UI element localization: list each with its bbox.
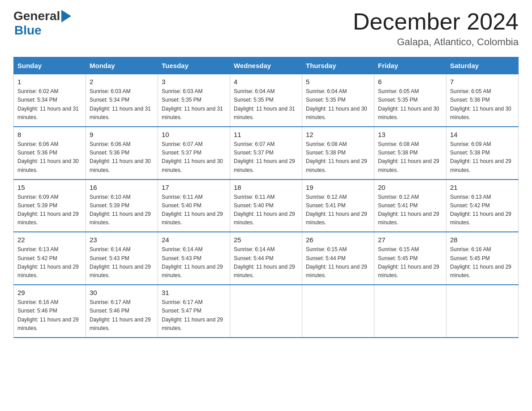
calendar-cell: 16Sunrise: 6:10 AMSunset: 5:39 PMDayligh… — [86, 180, 158, 232]
calendar-cell — [230, 285, 302, 338]
day-number: 9 — [90, 131, 154, 138]
day-number: 8 — [17, 131, 82, 138]
day-number: 24 — [162, 236, 226, 244]
day-info: Sunrise: 6:14 AMSunset: 5:43 PMDaylight:… — [90, 245, 154, 280]
day-info: Sunrise: 6:08 AMSunset: 5:38 PMDaylight:… — [378, 140, 442, 175]
calendar-cell: 22Sunrise: 6:13 AMSunset: 5:42 PMDayligh… — [14, 232, 86, 285]
day-number: 4 — [234, 78, 298, 86]
logo: General Blue — [13, 9, 71, 38]
calendar-cell: 17Sunrise: 6:11 AMSunset: 5:40 PMDayligh… — [158, 180, 230, 232]
day-info: Sunrise: 6:16 AMSunset: 5:46 PMDaylight:… — [17, 298, 82, 333]
calendar-cell: 5Sunrise: 6:04 AMSunset: 5:35 PMDaylight… — [302, 74, 374, 127]
calendar-week-row: 8Sunrise: 6:06 AMSunset: 5:36 PMDaylight… — [14, 127, 519, 180]
day-info: Sunrise: 6:15 AMSunset: 5:45 PMDaylight:… — [378, 245, 442, 280]
day-number: 25 — [234, 236, 298, 244]
calendar-cell: 6Sunrise: 6:05 AMSunset: 5:35 PMDaylight… — [374, 74, 446, 127]
calendar-week-row: 15Sunrise: 6:09 AMSunset: 5:39 PMDayligh… — [14, 180, 519, 232]
day-number: 16 — [90, 184, 154, 191]
day-number: 13 — [378, 131, 442, 138]
day-info: Sunrise: 6:12 AMSunset: 5:41 PMDaylight:… — [306, 193, 370, 227]
day-info: Sunrise: 6:17 AMSunset: 5:46 PMDaylight:… — [90, 298, 154, 333]
day-info: Sunrise: 6:17 AMSunset: 5:47 PMDaylight:… — [162, 298, 226, 333]
day-info: Sunrise: 6:03 AMSunset: 5:35 PMDaylight:… — [162, 87, 226, 122]
day-info: Sunrise: 6:13 AMSunset: 5:42 PMDaylight:… — [17, 245, 82, 280]
day-number: 29 — [17, 289, 82, 296]
calendar-cell: 3Sunrise: 6:03 AMSunset: 5:35 PMDaylight… — [158, 74, 230, 127]
calendar-cell: 14Sunrise: 6:09 AMSunset: 5:38 PMDayligh… — [446, 127, 519, 180]
day-info: Sunrise: 6:07 AMSunset: 5:37 PMDaylight:… — [234, 140, 298, 175]
calendar-cell: 9Sunrise: 6:06 AMSunset: 5:36 PMDaylight… — [86, 127, 158, 180]
day-number: 6 — [378, 78, 442, 86]
calendar-cell — [446, 285, 519, 338]
calendar-cell: 31Sunrise: 6:17 AMSunset: 5:47 PMDayligh… — [158, 285, 230, 338]
day-info: Sunrise: 6:04 AMSunset: 5:35 PMDaylight:… — [234, 87, 298, 122]
calendar-cell: 25Sunrise: 6:14 AMSunset: 5:44 PMDayligh… — [230, 232, 302, 285]
day-number: 27 — [378, 236, 442, 244]
day-number: 18 — [234, 184, 298, 191]
col-header-monday: Monday — [86, 57, 158, 74]
day-number: 7 — [450, 78, 515, 86]
day-number: 1 — [17, 78, 82, 86]
day-info: Sunrise: 6:14 AMSunset: 5:43 PMDaylight:… — [162, 245, 226, 280]
calendar-cell: 21Sunrise: 6:13 AMSunset: 5:42 PMDayligh… — [446, 180, 519, 232]
day-number: 2 — [90, 78, 154, 86]
month-title: December 2024 — [353, 9, 519, 34]
col-header-thursday: Thursday — [302, 57, 374, 74]
day-number: 14 — [450, 131, 515, 138]
calendar-cell: 24Sunrise: 6:14 AMSunset: 5:43 PMDayligh… — [158, 232, 230, 285]
logo-general-text: General — [13, 9, 60, 23]
calendar-cell: 11Sunrise: 6:07 AMSunset: 5:37 PMDayligh… — [230, 127, 302, 180]
day-number: 10 — [162, 131, 226, 138]
calendar-cell: 19Sunrise: 6:12 AMSunset: 5:41 PMDayligh… — [302, 180, 374, 232]
calendar-header-row: SundayMondayTuesdayWednesdayThursdayFrid… — [14, 57, 519, 74]
day-info: Sunrise: 6:04 AMSunset: 5:35 PMDaylight:… — [306, 87, 370, 122]
day-number: 20 — [378, 184, 442, 191]
day-info: Sunrise: 6:09 AMSunset: 5:39 PMDaylight:… — [17, 193, 82, 227]
day-info: Sunrise: 6:16 AMSunset: 5:45 PMDaylight:… — [450, 245, 515, 280]
calendar-cell — [374, 285, 446, 338]
day-info: Sunrise: 6:05 AMSunset: 5:36 PMDaylight:… — [450, 87, 515, 122]
day-number: 28 — [450, 236, 515, 244]
day-info: Sunrise: 6:10 AMSunset: 5:39 PMDaylight:… — [90, 193, 154, 227]
col-header-sunday: Sunday — [14, 57, 86, 74]
day-number: 19 — [306, 184, 370, 191]
calendar-cell: 4Sunrise: 6:04 AMSunset: 5:35 PMDaylight… — [230, 74, 302, 127]
calendar-week-row: 29Sunrise: 6:16 AMSunset: 5:46 PMDayligh… — [14, 285, 519, 338]
calendar-week-row: 1Sunrise: 6:02 AMSunset: 5:34 PMDaylight… — [14, 74, 519, 127]
calendar-cell: 2Sunrise: 6:03 AMSunset: 5:34 PMDaylight… — [86, 74, 158, 127]
logo-arrow-icon — [61, 10, 71, 22]
calendar-cell: 23Sunrise: 6:14 AMSunset: 5:43 PMDayligh… — [86, 232, 158, 285]
calendar-cell: 26Sunrise: 6:15 AMSunset: 5:44 PMDayligh… — [302, 232, 374, 285]
title-block: December 2024 Galapa, Atlantico, Colombi… — [353, 9, 519, 48]
calendar-cell: 12Sunrise: 6:08 AMSunset: 5:38 PMDayligh… — [302, 127, 374, 180]
day-info: Sunrise: 6:05 AMSunset: 5:35 PMDaylight:… — [378, 87, 442, 122]
day-number: 3 — [162, 78, 226, 86]
day-number: 22 — [17, 236, 82, 244]
day-info: Sunrise: 6:07 AMSunset: 5:37 PMDaylight:… — [162, 140, 226, 175]
day-number: 30 — [90, 289, 154, 296]
day-number: 12 — [306, 131, 370, 138]
location-title: Galapa, Atlantico, Colombia — [353, 36, 519, 48]
day-number: 21 — [450, 184, 515, 191]
day-info: Sunrise: 6:09 AMSunset: 5:38 PMDaylight:… — [450, 140, 515, 175]
day-info: Sunrise: 6:06 AMSunset: 5:36 PMDaylight:… — [90, 140, 154, 175]
calendar-cell: 8Sunrise: 6:06 AMSunset: 5:36 PMDaylight… — [14, 127, 86, 180]
day-number: 15 — [17, 184, 82, 191]
calendar-cell: 18Sunrise: 6:11 AMSunset: 5:40 PMDayligh… — [230, 180, 302, 232]
day-info: Sunrise: 6:14 AMSunset: 5:44 PMDaylight:… — [234, 245, 298, 280]
calendar-week-row: 22Sunrise: 6:13 AMSunset: 5:42 PMDayligh… — [14, 232, 519, 285]
page-header: General Blue December 2024 Galapa, Atlan… — [13, 9, 519, 48]
calendar-cell: 28Sunrise: 6:16 AMSunset: 5:45 PMDayligh… — [446, 232, 519, 285]
calendar-cell: 1Sunrise: 6:02 AMSunset: 5:34 PMDaylight… — [14, 74, 86, 127]
calendar-table: SundayMondayTuesdayWednesdayThursdayFrid… — [13, 57, 519, 338]
day-info: Sunrise: 6:15 AMSunset: 5:44 PMDaylight:… — [306, 245, 370, 280]
day-info: Sunrise: 6:11 AMSunset: 5:40 PMDaylight:… — [162, 193, 226, 227]
day-number: 17 — [162, 184, 226, 191]
col-header-friday: Friday — [374, 57, 446, 74]
col-header-saturday: Saturday — [446, 57, 519, 74]
calendar-cell: 27Sunrise: 6:15 AMSunset: 5:45 PMDayligh… — [374, 232, 446, 285]
calendar-cell: 10Sunrise: 6:07 AMSunset: 5:37 PMDayligh… — [158, 127, 230, 180]
calendar-cell: 29Sunrise: 6:16 AMSunset: 5:46 PMDayligh… — [14, 285, 86, 338]
col-header-tuesday: Tuesday — [158, 57, 230, 74]
day-number: 5 — [306, 78, 370, 86]
